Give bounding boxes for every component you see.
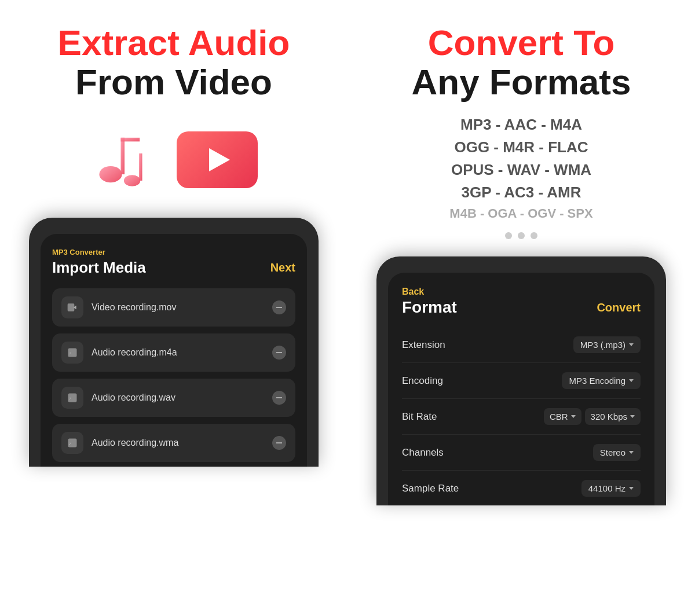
file-list: Video recording.mov ♪ Audio recording.m4… bbox=[52, 288, 295, 462]
file-item-m4a: ♪ Audio recording.m4a bbox=[52, 333, 295, 372]
samplerate-chevron-icon bbox=[629, 487, 634, 490]
phone-mockup-left: MP3 Converter Import Media Next bbox=[29, 218, 319, 467]
encoding-label: Encoding bbox=[402, 375, 443, 387]
phone-title: Import Media bbox=[52, 259, 146, 277]
file-item-wav: ♪ Audio recording.wav bbox=[52, 379, 295, 417]
samplerate-dropdown[interactable]: 44100 Hz bbox=[581, 480, 641, 497]
channels-setting: Channels Stereo bbox=[402, 435, 641, 471]
remove-video-button[interactable] bbox=[272, 300, 286, 314]
svg-text:♪: ♪ bbox=[69, 351, 71, 355]
icons-area bbox=[90, 125, 258, 195]
samplerate-value[interactable]: 44100 Hz bbox=[581, 480, 641, 497]
phone-header-right: Back Format Convert bbox=[402, 287, 641, 317]
formats-row-3: OPUS - WAV - WMA bbox=[449, 159, 592, 181]
encoding-value[interactable]: MP3 Encoding bbox=[562, 372, 641, 389]
play-triangle bbox=[209, 148, 230, 171]
right-headline: Convert To Any Formats bbox=[412, 23, 631, 102]
audio-wav-icon: ♪ bbox=[61, 387, 83, 409]
dot-3 bbox=[531, 232, 537, 239]
channels-dropdown[interactable]: Stereo bbox=[593, 444, 641, 461]
svg-rect-4 bbox=[139, 153, 142, 181]
svg-text:♪: ♪ bbox=[69, 442, 71, 446]
remove-wav-button[interactable] bbox=[272, 391, 286, 405]
svg-rect-5 bbox=[68, 304, 75, 311]
remove-m4a-button[interactable] bbox=[272, 346, 286, 360]
title-row: Import Media Next bbox=[52, 259, 295, 277]
channels-dropdown-text: Stereo bbox=[600, 448, 626, 457]
svg-rect-2 bbox=[120, 138, 140, 142]
video-file-icon bbox=[61, 296, 83, 318]
music-note-icon bbox=[90, 125, 159, 195]
bitrate-cbr-chevron-icon bbox=[571, 415, 576, 418]
svg-rect-1 bbox=[120, 138, 125, 174]
formats-row-4: 3GP - AC3 - AMR bbox=[449, 181, 592, 204]
format-title: Format bbox=[402, 298, 457, 317]
svg-point-0 bbox=[99, 166, 122, 182]
bitrate-cbr-text: CBR bbox=[550, 412, 568, 421]
bitrate-kbps-chevron-icon bbox=[630, 415, 635, 418]
file-name-wav: Audio recording.wav bbox=[92, 393, 264, 403]
encoding-setting: Encoding MP3 Encoding bbox=[402, 363, 641, 399]
phone-mockup-right: Back Format Convert Extension MP3 (.mp3) bbox=[376, 256, 666, 505]
bitrate-value: CBR 320 Kbps bbox=[544, 408, 641, 425]
file-item-wma: ♪ Audio recording.wma bbox=[52, 424, 295, 462]
svg-text:♪: ♪ bbox=[69, 397, 71, 401]
extension-chevron-icon bbox=[629, 343, 634, 346]
left-headline-red: Extract Audio bbox=[58, 23, 290, 63]
phone-inner-left: MP3 Converter Import Media Next bbox=[41, 234, 307, 467]
convert-button[interactable]: Convert bbox=[597, 301, 641, 314]
left-panel: Extract Audio From Video bbox=[0, 0, 348, 616]
bitrate-cbr-dropdown[interactable]: CBR bbox=[544, 408, 581, 425]
file-name-m4a: Audio recording.m4a bbox=[92, 347, 264, 358]
file-name-wma: Audio recording.wma bbox=[92, 438, 264, 448]
right-headline-black: Any Formats bbox=[412, 63, 631, 102]
channels-chevron-icon bbox=[629, 451, 634, 454]
encoding-dropdown[interactable]: MP3 Encoding bbox=[562, 372, 641, 389]
right-panel: Convert To Any Formats MP3 - AAC - M4A O… bbox=[348, 0, 695, 616]
extension-label: Extension bbox=[402, 339, 445, 351]
encoding-chevron-icon bbox=[629, 379, 634, 382]
dot-2 bbox=[518, 232, 525, 239]
bitrate-kbps-text: 320 Kbps bbox=[591, 412, 627, 421]
samplerate-label: Sample Rate bbox=[402, 483, 459, 494]
svg-point-3 bbox=[124, 175, 140, 187]
extension-setting: Extension MP3 (.mp3) bbox=[402, 327, 641, 363]
back-button[interactable]: Back bbox=[402, 287, 641, 297]
formats-row-2: OGG - M4R - FLAC bbox=[449, 136, 592, 159]
youtube-play-icon bbox=[177, 131, 258, 188]
samplerate-setting: Sample Rate 44100 Hz bbox=[402, 471, 641, 505]
bitrate-kbps-dropdown[interactable]: 320 Kbps bbox=[585, 408, 641, 425]
encoding-dropdown-text: MP3 Encoding bbox=[569, 376, 626, 386]
extension-dropdown[interactable]: MP3 (.mp3) bbox=[573, 336, 641, 353]
extension-dropdown-text: MP3 (.mp3) bbox=[580, 340, 626, 350]
left-headline-black: From Video bbox=[58, 63, 290, 102]
phone-inner-right: Back Format Convert Extension MP3 (.mp3) bbox=[388, 273, 654, 505]
bitrate-setting: Bit Rate CBR 320 Kbps bbox=[402, 399, 641, 435]
dot-1 bbox=[505, 232, 512, 239]
formats-list: MP3 - AAC - M4A OGG - M4R - FLAC OPUS - … bbox=[449, 113, 592, 223]
formats-row-1: MP3 - AAC - M4A bbox=[449, 113, 592, 136]
extension-value[interactable]: MP3 (.mp3) bbox=[573, 336, 641, 353]
phone-header-left: MP3 Converter Import Media Next bbox=[52, 248, 295, 277]
dots-indicator bbox=[505, 232, 537, 239]
bitrate-label: Bit Rate bbox=[402, 411, 437, 423]
settings-list: Extension MP3 (.mp3) Encoding bbox=[402, 327, 641, 505]
format-title-row: Format Convert bbox=[402, 298, 641, 317]
formats-row-5: M4B - OGA - OGV - SPX bbox=[449, 204, 592, 223]
app-label: MP3 Converter bbox=[52, 248, 295, 256]
left-headline: Extract Audio From Video bbox=[58, 23, 290, 102]
audio-wma-icon: ♪ bbox=[61, 432, 83, 454]
right-headline-red: Convert To bbox=[412, 23, 631, 63]
channels-value[interactable]: Stereo bbox=[593, 444, 641, 461]
audio-m4a-icon: ♪ bbox=[61, 342, 83, 364]
samplerate-dropdown-text: 44100 Hz bbox=[588, 483, 626, 493]
file-item-video: Video recording.mov bbox=[52, 288, 295, 327]
remove-wma-button[interactable] bbox=[272, 436, 286, 450]
file-name-video: Video recording.mov bbox=[92, 302, 264, 313]
next-button[interactable]: Next bbox=[270, 261, 295, 274]
channels-label: Channels bbox=[402, 447, 444, 459]
